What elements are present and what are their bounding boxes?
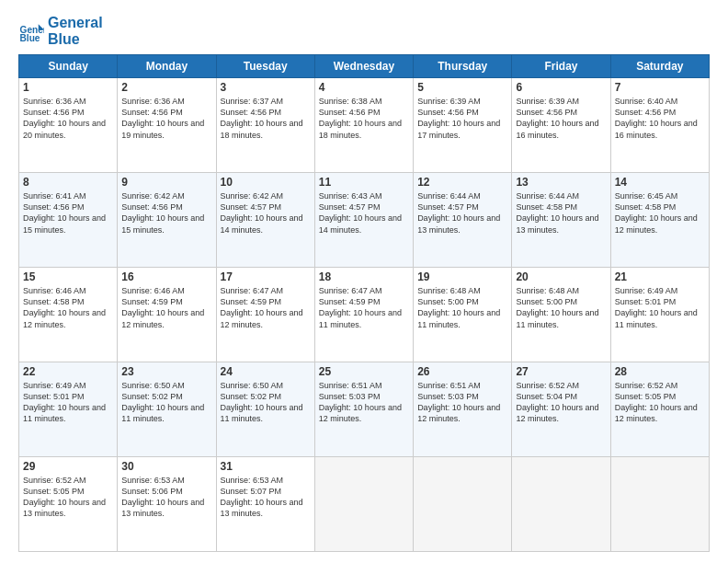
day-cell-8: 8Sunrise: 6:41 AMSunset: 4:56 PMDaylight…: [19, 173, 118, 268]
day-cell-30: 30Sunrise: 6:53 AMSunset: 5:06 PMDayligh…: [118, 457, 216, 552]
logo: General Blue General Blue: [18, 15, 103, 47]
day-number: 27: [516, 365, 606, 378]
day-info: Sunrise: 6:48 AMSunset: 5:00 PMDaylight:…: [417, 285, 507, 330]
day-info: Sunrise: 6:51 AMSunset: 5:03 PMDaylight:…: [319, 380, 409, 425]
day-cell-13: 13Sunrise: 6:44 AMSunset: 4:58 PMDayligh…: [512, 173, 610, 268]
day-info: Sunrise: 6:36 AMSunset: 4:56 PMDaylight:…: [121, 96, 211, 141]
day-number: 19: [417, 270, 507, 283]
day-info: Sunrise: 6:40 AMSunset: 4:56 PMDaylight:…: [615, 96, 705, 141]
week-row-5: 29Sunrise: 6:52 AMSunset: 5:05 PMDayligh…: [19, 457, 710, 552]
day-cell-26: 26Sunrise: 6:51 AMSunset: 5:03 PMDayligh…: [414, 362, 512, 457]
empty-cell: [512, 457, 610, 552]
day-header-thursday: Thursday: [414, 55, 512, 78]
day-info: Sunrise: 6:49 AMSunset: 5:01 PMDaylight:…: [23, 380, 113, 425]
day-number: 8: [23, 176, 113, 189]
page: General Blue General Blue SundayMondayTu…: [0, 0, 728, 563]
day-cell-29: 29Sunrise: 6:52 AMSunset: 5:05 PMDayligh…: [19, 457, 118, 552]
logo-blue: Blue: [48, 31, 103, 48]
day-number: 18: [319, 270, 409, 283]
day-number: 28: [615, 365, 705, 378]
day-info: Sunrise: 6:39 AMSunset: 4:56 PMDaylight:…: [417, 96, 507, 141]
day-cell-5: 5Sunrise: 6:39 AMSunset: 4:56 PMDaylight…: [414, 78, 512, 173]
day-info: Sunrise: 6:51 AMSunset: 5:03 PMDaylight:…: [417, 380, 507, 425]
day-cell-18: 18Sunrise: 6:47 AMSunset: 4:59 PMDayligh…: [314, 268, 413, 362]
day-cell-28: 28Sunrise: 6:52 AMSunset: 5:05 PMDayligh…: [610, 362, 709, 457]
svg-text:Blue: Blue: [20, 32, 40, 42]
day-number: 6: [516, 81, 606, 94]
day-info: Sunrise: 6:44 AMSunset: 4:58 PMDaylight:…: [516, 190, 606, 236]
day-number: 11: [319, 176, 409, 189]
day-info: Sunrise: 6:43 AMSunset: 4:57 PMDaylight:…: [319, 190, 409, 236]
day-number: 29: [23, 460, 113, 473]
day-info: Sunrise: 6:49 AMSunset: 5:01 PMDaylight:…: [615, 285, 705, 330]
day-number: 5: [417, 81, 507, 94]
day-number: 23: [121, 365, 211, 378]
day-cell-3: 3Sunrise: 6:37 AMSunset: 4:56 PMDaylight…: [216, 78, 314, 173]
day-cell-23: 23Sunrise: 6:50 AMSunset: 5:02 PMDayligh…: [118, 362, 216, 457]
day-cell-17: 17Sunrise: 6:47 AMSunset: 4:59 PMDayligh…: [216, 268, 314, 362]
day-number: 30: [121, 460, 211, 473]
day-cell-22: 22Sunrise: 6:49 AMSunset: 5:01 PMDayligh…: [19, 362, 118, 457]
day-cell-1: 1Sunrise: 6:36 AMSunset: 4:56 PMDaylight…: [19, 78, 118, 173]
empty-cell: [414, 457, 512, 552]
day-cell-2: 2Sunrise: 6:36 AMSunset: 4:56 PMDaylight…: [118, 78, 216, 173]
day-number: 13: [516, 176, 606, 189]
day-cell-24: 24Sunrise: 6:50 AMSunset: 5:02 PMDayligh…: [216, 362, 314, 457]
week-row-1: 1Sunrise: 6:36 AMSunset: 4:56 PMDaylight…: [19, 78, 710, 173]
day-info: Sunrise: 6:46 AMSunset: 4:58 PMDaylight:…: [23, 285, 113, 330]
day-info: Sunrise: 6:50 AMSunset: 5:02 PMDaylight:…: [121, 380, 211, 425]
day-number: 12: [417, 176, 507, 189]
week-row-3: 15Sunrise: 6:46 AMSunset: 4:58 PMDayligh…: [19, 268, 710, 362]
day-cell-11: 11Sunrise: 6:43 AMSunset: 4:57 PMDayligh…: [314, 173, 413, 268]
day-number: 17: [221, 270, 311, 283]
day-info: Sunrise: 6:48 AMSunset: 5:00 PMDaylight:…: [516, 285, 606, 330]
day-cell-19: 19Sunrise: 6:48 AMSunset: 5:00 PMDayligh…: [414, 268, 512, 362]
day-info: Sunrise: 6:39 AMSunset: 4:56 PMDaylight:…: [516, 96, 606, 141]
day-info: Sunrise: 6:52 AMSunset: 5:05 PMDaylight:…: [23, 475, 113, 520]
day-info: Sunrise: 6:44 AMSunset: 4:57 PMDaylight:…: [417, 190, 507, 236]
day-info: Sunrise: 6:50 AMSunset: 5:02 PMDaylight:…: [221, 380, 311, 425]
day-info: Sunrise: 6:42 AMSunset: 4:57 PMDaylight:…: [221, 190, 311, 236]
day-number: 2: [121, 81, 211, 94]
day-header-friday: Friday: [512, 55, 610, 78]
day-number: 26: [417, 365, 507, 378]
day-number: 3: [221, 81, 311, 94]
day-cell-16: 16Sunrise: 6:46 AMSunset: 4:59 PMDayligh…: [118, 268, 216, 362]
day-header-sunday: Sunday: [19, 55, 118, 78]
day-header-monday: Monday: [118, 55, 216, 78]
header: General Blue General Blue: [18, 15, 710, 47]
week-row-4: 22Sunrise: 6:49 AMSunset: 5:01 PMDayligh…: [19, 362, 710, 457]
logo-general: General: [48, 15, 103, 31]
day-header-saturday: Saturday: [610, 55, 709, 78]
day-number: 1: [23, 81, 113, 94]
empty-cell: [610, 457, 709, 552]
day-number: 31: [221, 460, 311, 473]
day-number: 10: [221, 176, 311, 189]
day-info: Sunrise: 6:41 AMSunset: 4:56 PMDaylight:…: [23, 190, 113, 236]
day-number: 21: [615, 270, 705, 283]
day-cell-14: 14Sunrise: 6:45 AMSunset: 4:58 PMDayligh…: [610, 173, 709, 268]
week-row-2: 8Sunrise: 6:41 AMSunset: 4:56 PMDaylight…: [19, 173, 710, 268]
day-info: Sunrise: 6:53 AMSunset: 5:06 PMDaylight:…: [121, 475, 211, 520]
day-number: 7: [615, 81, 705, 94]
day-info: Sunrise: 6:45 AMSunset: 4:58 PMDaylight:…: [615, 190, 705, 236]
day-info: Sunrise: 6:37 AMSunset: 4:56 PMDaylight:…: [221, 96, 311, 141]
empty-cell: [314, 457, 413, 552]
day-cell-9: 9Sunrise: 6:42 AMSunset: 4:56 PMDaylight…: [118, 173, 216, 268]
day-cell-25: 25Sunrise: 6:51 AMSunset: 5:03 PMDayligh…: [314, 362, 413, 457]
day-cell-27: 27Sunrise: 6:52 AMSunset: 5:04 PMDayligh…: [512, 362, 610, 457]
day-cell-31: 31Sunrise: 6:53 AMSunset: 5:07 PMDayligh…: [216, 457, 314, 552]
day-cell-12: 12Sunrise: 6:44 AMSunset: 4:57 PMDayligh…: [414, 173, 512, 268]
day-number: 20: [516, 270, 606, 283]
day-number: 14: [615, 176, 705, 189]
day-number: 9: [121, 176, 211, 189]
day-cell-4: 4Sunrise: 6:38 AMSunset: 4:56 PMDaylight…: [314, 78, 413, 173]
day-info: Sunrise: 6:52 AMSunset: 5:04 PMDaylight:…: [516, 380, 606, 425]
day-number: 22: [23, 365, 113, 378]
day-cell-21: 21Sunrise: 6:49 AMSunset: 5:01 PMDayligh…: [610, 268, 709, 362]
day-number: 16: [121, 270, 211, 283]
day-cell-7: 7Sunrise: 6:40 AMSunset: 4:56 PMDaylight…: [610, 78, 709, 173]
day-cell-10: 10Sunrise: 6:42 AMSunset: 4:57 PMDayligh…: [216, 173, 314, 268]
calendar-table: SundayMondayTuesdayWednesdayThursdayFrid…: [18, 54, 710, 552]
day-cell-15: 15Sunrise: 6:46 AMSunset: 4:58 PMDayligh…: [19, 268, 118, 362]
